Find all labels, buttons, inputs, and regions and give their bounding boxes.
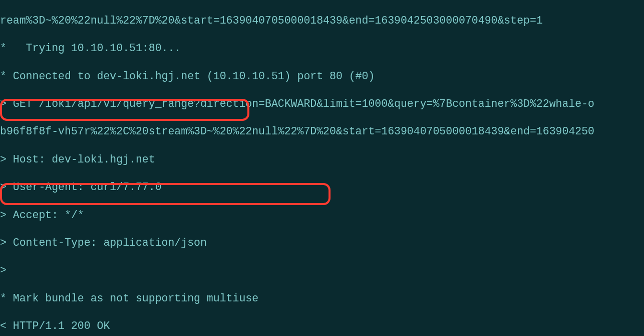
terminal-line: > GET /loki/api/v1/query_range?direction… xyxy=(0,97,644,111)
terminal-line: * Connected to dev-loki.hgj.net (10.10.1… xyxy=(0,70,644,84)
terminal-line: < HTTP/1.1 200 OK xyxy=(0,319,644,333)
terminal-line: ream%3D~%20%22null%22%7D%20&start=163904… xyxy=(0,14,644,28)
terminal-line: * Mark bundle as not supporting multiuse xyxy=(0,292,644,306)
terminal-line-request-content-type: > Content-Type: application/json xyxy=(0,236,644,250)
terminal-line: > Accept: */* xyxy=(0,209,644,223)
terminal-line: > User-Agent: curl/7.77.0 xyxy=(0,181,644,195)
terminal-line: > Host: dev-loki.hgj.net xyxy=(0,153,644,167)
terminal-line: * Trying 10.10.10.51:80... xyxy=(0,42,644,56)
terminal-line: > xyxy=(0,264,644,278)
terminal-output[interactable]: ream%3D~%20%22null%22%7D%20&start=163904… xyxy=(0,0,644,336)
terminal-line: b96f8f8f-vh57r%22%2C%20stream%3D~%20%22n… xyxy=(0,125,644,139)
